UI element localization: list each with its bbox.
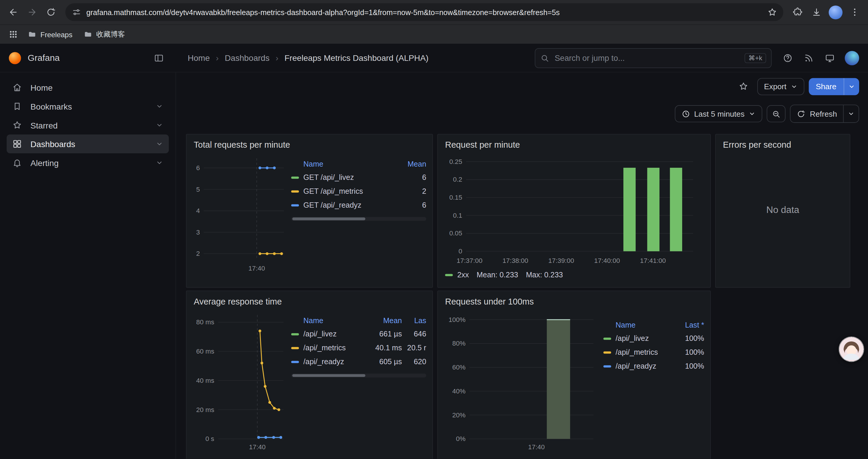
news-button[interactable]	[800, 49, 818, 67]
user-avatar[interactable]	[845, 51, 859, 65]
sidebar-item-dashboards[interactable]: Dashboards	[6, 134, 169, 153]
breadcrumb-separator: ›	[210, 53, 225, 63]
legend-row[interactable]: /api/_readyz 605 µs 620	[291, 355, 426, 369]
panel-title[interactable]: Average response time	[194, 295, 425, 308]
svg-text:40%: 40%	[452, 388, 466, 395]
rss-icon	[804, 53, 814, 63]
back-button[interactable]	[4, 3, 22, 21]
bookmark-star-button[interactable]	[765, 4, 780, 20]
grafana-logo[interactable]	[9, 52, 21, 64]
legend-row[interactable]: /api/_metrics 40.1 ms 20.5 r	[291, 341, 426, 355]
scrollbar-thumb[interactable]	[292, 374, 365, 377]
sidebar-item-home[interactable]: Home	[6, 78, 169, 97]
legend-row[interactable]: /api/_livez 100%	[603, 331, 704, 345]
share-button[interactable]: Share	[809, 78, 844, 95]
forward-button[interactable]	[23, 3, 41, 21]
legend-row[interactable]: /api/_metrics 100%	[603, 345, 704, 359]
dashboards-grid-icon	[12, 139, 22, 149]
series-last: 100%	[673, 348, 704, 357]
refresh-interval-button[interactable]	[843, 105, 859, 122]
refresh-button[interactable]: Refresh	[790, 105, 843, 122]
browser-profile-avatar[interactable]	[829, 5, 843, 19]
chevron-down-icon[interactable]	[156, 140, 163, 148]
sidebar-item-label: Starred	[30, 121, 58, 130]
sidebar-item-bookmarks[interactable]: Bookmarks	[6, 97, 169, 116]
legend-row[interactable]: GET /api/_livez 6	[291, 170, 426, 184]
star-icon	[739, 81, 749, 91]
favorite-dashboard-button[interactable]	[734, 77, 753, 95]
scrollbar-thumb[interactable]	[292, 218, 365, 220]
svg-text:60%: 60%	[452, 364, 466, 371]
legend-row[interactable]: GET /api/_metrics 2	[291, 184, 426, 198]
apps-grid-button[interactable]	[6, 27, 21, 42]
browser-menu-button[interactable]	[846, 3, 864, 21]
requests-under-100ms-chart[interactable]: 100%80%60%40%20%0%17:40	[445, 308, 599, 455]
series-name[interactable]: 2xx	[457, 270, 469, 279]
panel-title[interactable]: Requests under 100ms	[445, 295, 703, 308]
panel-title[interactable]: Request per minute	[445, 138, 703, 152]
bookmark-folder-freeleaps[interactable]: Freeleaps	[23, 27, 77, 42]
average-response-time-chart[interactable]: 80 ms60 ms40 ms20 ms0 s17:40	[194, 308, 287, 455]
reload-button[interactable]	[42, 3, 60, 21]
help-button[interactable]	[778, 49, 797, 67]
assistant-avatar-button[interactable]	[839, 336, 864, 362]
bookmark-icon	[12, 101, 22, 111]
series-name: /api/_readyz	[303, 357, 371, 366]
legend-row[interactable]: GET /api/_readyz 6	[291, 198, 426, 212]
sidebar-toggle-button[interactable]	[151, 50, 167, 66]
avatar-image	[839, 337, 864, 361]
svg-text:4: 4	[196, 207, 200, 215]
legend-column-last[interactable]: Las	[402, 316, 426, 325]
bookmark-folder-blogs[interactable]: 收藏博客	[79, 27, 130, 42]
time-range-picker[interactable]: Last 5 minutes	[675, 105, 762, 122]
legend-column-name[interactable]: Name	[303, 160, 395, 168]
breadcrumb-dashboards[interactable]: Dashboards	[225, 53, 270, 63]
legend-column-name[interactable]: Name	[303, 316, 371, 325]
sidebar-item-label: Alerting	[30, 158, 59, 167]
legend-table: Name Mean Las /api/_livez 661 µs 646	[291, 314, 426, 377]
export-button[interactable]: Export	[757, 78, 804, 95]
site-settings-icon[interactable]	[72, 8, 81, 17]
help-circle-icon	[783, 53, 793, 63]
bookmark-folder-label: Freeleaps	[40, 30, 72, 38]
breadcrumb-home[interactable]: Home	[188, 53, 210, 63]
grafana-brand-area: Grafana	[9, 50, 167, 66]
series-color-dash	[603, 351, 611, 353]
svg-text:80%: 80%	[452, 340, 466, 347]
sidebar-item-starred[interactable]: Starred	[6, 116, 169, 135]
search-box[interactable]: ⌘+k	[535, 48, 772, 68]
legend-column-mean[interactable]: Mean	[395, 160, 426, 168]
legend-column-last[interactable]: Last *	[673, 321, 704, 329]
legend-scrollbar[interactable]	[291, 374, 426, 378]
request-per-minute-chart[interactable]: 0.250.20.150.10.05017:37:0017:38:0017:39…	[445, 152, 700, 268]
chevron-down-icon[interactable]	[156, 159, 163, 167]
search-shortcut-badge: ⌘+k	[745, 53, 766, 63]
svg-text:0.25: 0.25	[450, 158, 462, 165]
total-requests-chart[interactable]: 6543217:40	[194, 152, 287, 275]
downloads-button[interactable]	[808, 3, 826, 21]
extensions-button[interactable]	[789, 3, 807, 21]
svg-text:0.15: 0.15	[450, 194, 462, 201]
panel-title[interactable]: Errors per second	[723, 138, 843, 152]
series-color-dash	[291, 347, 299, 349]
search-input[interactable]	[554, 53, 740, 63]
share-menu-button[interactable]	[844, 78, 859, 95]
legend-scrollbar[interactable]	[291, 217, 426, 221]
svg-text:20 ms: 20 ms	[196, 406, 214, 414]
sidebar-item-alerting[interactable]: Alerting	[6, 153, 169, 172]
legend-row[interactable]: /api/_livez 661 µs 646	[291, 327, 426, 341]
address-bar[interactable]: grafana.mathmast.com/d/deytv4rwavabkb/fr…	[65, 3, 783, 21]
chevron-down-icon[interactable]	[156, 102, 163, 110]
series-name: GET /api/_livez	[303, 173, 395, 182]
display-button[interactable]	[820, 49, 839, 67]
legend-column-name[interactable]: Name	[616, 321, 673, 329]
series-last: 20.5 r	[402, 344, 426, 352]
legend-row[interactable]: /api/_readyz 100%	[603, 359, 704, 373]
bell-icon	[12, 158, 22, 168]
panel-title[interactable]: Total requests per minute	[194, 138, 425, 152]
legend-column-mean[interactable]: Mean	[371, 316, 402, 325]
chevron-down-icon[interactable]	[156, 121, 163, 129]
zoom-out-button[interactable]	[767, 105, 785, 122]
svg-text:40 ms: 40 ms	[196, 377, 214, 384]
series-last: 620	[402, 357, 426, 366]
